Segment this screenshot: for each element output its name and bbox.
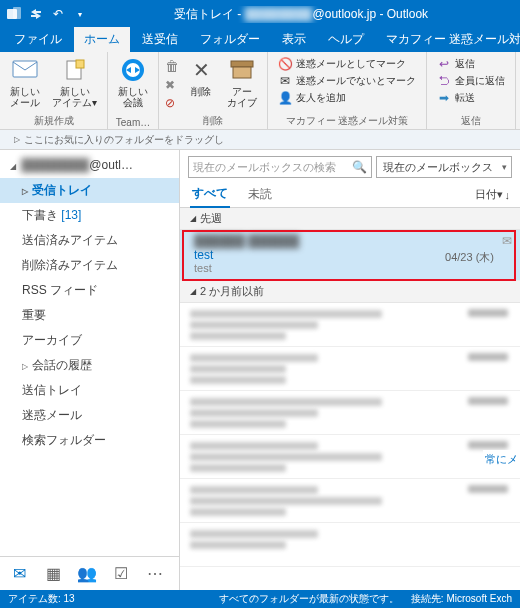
tab-send-receive[interactable]: 送受信 — [132, 27, 188, 52]
sort-direction-icon: ↓ — [505, 189, 511, 201]
search-icon[interactable]: 🔍 — [352, 160, 367, 174]
add-friend-button[interactable]: 👤友人を追加 — [274, 90, 420, 106]
new-meeting-label: 新しい 会議 — [118, 86, 148, 108]
folder-sent[interactable]: 送信済みアイテム — [0, 228, 179, 253]
nav-calendar-icon[interactable]: ▦ — [42, 563, 64, 585]
new-mail-button[interactable]: 新しい メール — [6, 54, 44, 110]
tab-view[interactable]: 表示 — [272, 27, 316, 52]
title-prefix: 受信トレイ - — [174, 7, 245, 21]
status-item-count: アイテム数: 13 — [8, 592, 75, 606]
message-item-blurred[interactable] — [180, 391, 520, 435]
group-header-older[interactable]: ◢ 2 か月前以前 — [180, 281, 520, 303]
mail-icon — [11, 56, 39, 84]
expand-icon: ▷ — [22, 362, 32, 371]
reply-all-label: 全員に返信 — [455, 74, 505, 88]
message-date: 04/23 (木) — [445, 250, 494, 265]
status-folder-state: すべてのフォルダーが最新の状態です。 — [219, 592, 399, 606]
filter-row: すべて 未読 日付▾ ↓ — [180, 182, 520, 208]
group-header-lastweek[interactable]: ◢ 先週 — [180, 208, 520, 230]
folder-outbox[interactable]: 送信トレイ — [0, 378, 179, 403]
group-label: 2 か月前以前 — [200, 284, 264, 299]
nav-more-icon[interactable]: ⋯ — [144, 563, 166, 585]
message-item-blurred[interactable] — [180, 479, 520, 523]
search-scope-dropdown[interactable]: 現在のメールボックス — [376, 156, 512, 178]
title-bar: ↶ ▾ 受信トレイ - ████████@outlook.jp - Outloo… — [0, 0, 520, 28]
tab-folder[interactable]: フォルダー — [190, 27, 270, 52]
message-item[interactable]: ██████ ██████ test test 04/23 (木) ✉ — [180, 230, 520, 281]
add-friend-label: 友人を追加 — [296, 91, 346, 105]
mark-junk-label: 迷惑メールとしてマーク — [296, 57, 406, 71]
tab-file[interactable]: ファイル — [4, 27, 72, 52]
new-item-button[interactable]: 新しい アイテム▾ — [48, 54, 101, 110]
message-item-blurred[interactable] — [180, 523, 520, 567]
message-item-blurred[interactable] — [180, 347, 520, 391]
folder-search[interactable]: 検索フォルダー — [0, 428, 179, 453]
sort-label: 日付▾ — [475, 187, 503, 202]
mark-junk-button[interactable]: 🚫迷惑メールとしてマーク — [274, 56, 420, 72]
delete-button[interactable]: ✕ 削除 — [183, 54, 219, 99]
folder-conversation[interactable]: ▷会話の履歴 — [0, 353, 179, 378]
outlook-icon — [6, 6, 22, 22]
reply-all-button[interactable]: ⮌全員に返信 — [433, 73, 509, 89]
group-label: 先週 — [200, 211, 222, 226]
folder-rss[interactable]: RSS フィード — [0, 278, 179, 303]
message-item-blurred[interactable] — [180, 303, 520, 347]
mark-notjunk-button[interactable]: ✉迷惑メールでないとマーク — [274, 73, 420, 89]
qat-dropdown-icon[interactable]: ▾ — [72, 6, 88, 22]
quick-access-toolbar: ↶ ▾ — [6, 6, 88, 22]
forward-label: 転送 — [455, 91, 475, 105]
folder-drafts[interactable]: 下書き [13] — [0, 203, 179, 228]
message-item-blurred[interactable] — [180, 435, 520, 479]
forward-button[interactable]: ➡転送 — [433, 90, 509, 106]
collapse-icon: ◢ — [190, 287, 196, 296]
nav-tasks-icon[interactable]: ☑ — [110, 563, 132, 585]
favorites-hint: ここにお気に入りのフォルダーをドラッグし — [24, 133, 224, 147]
new-item-label: 新しい アイテム▾ — [52, 86, 97, 108]
account-header[interactable]: ◢ ████████@outl… — [0, 150, 179, 178]
reading-pane-hint: 常にメ — [483, 450, 520, 469]
ignore-icon[interactable]: 🗑 — [165, 58, 179, 74]
send-receive-icon[interactable] — [28, 6, 44, 22]
delete-label: 削除 — [191, 86, 211, 97]
reply-icon: ↩ — [437, 57, 451, 71]
favorites-strip[interactable]: ▷ ここにお気に入りのフォルダーをドラッグし — [0, 130, 520, 150]
search-input[interactable]: 現在のメールボックスの検索 🔍 — [188, 156, 372, 178]
message-groups: ◢ 先週 ██████ ██████ test test 04/23 (木) ✉… — [180, 208, 520, 590]
folder-junk[interactable]: 迷惑メール — [0, 403, 179, 428]
reply-button[interactable]: ↩返信 — [433, 56, 509, 72]
window-title: 受信トレイ - ████████@outlook.jp - Outlook — [88, 6, 514, 23]
delete-icon: ✕ — [187, 56, 215, 84]
folder-archive[interactable]: アーカイブ — [0, 328, 179, 353]
cleanup-icon[interactable]: ✖ — [165, 78, 179, 92]
archive-button[interactable]: アー カイブ — [223, 54, 261, 110]
message-list-pane: 現在のメールボックスの検索 🔍 現在のメールボックス すべて 未読 日付▾ ↓ … — [180, 150, 520, 590]
ribbon-group-delete: 🗑 ✖ ⊘ ✕ 削除 アー カイブ 削除 — [159, 52, 268, 129]
folder-deleted[interactable]: 削除済みアイテム — [0, 253, 179, 278]
junk-dropdown-icon[interactable]: ⊘ — [165, 96, 179, 110]
sort-button[interactable]: 日付▾ ↓ — [475, 187, 511, 202]
svg-rect-7 — [231, 61, 253, 67]
nav-mail-icon[interactable]: ✉ — [8, 563, 30, 585]
nav-people-icon[interactable]: 👥 — [76, 563, 98, 585]
tab-help[interactable]: ヘルプ — [318, 27, 374, 52]
search-scope-label: 現在のメールボックス — [383, 160, 493, 175]
svg-rect-2 — [13, 61, 37, 77]
archive-icon — [228, 56, 256, 84]
ribbon-group-mcafee: 🚫迷惑メールとしてマーク ✉迷惑メールでないとマーク 👤友人を追加 マカフィー … — [268, 52, 427, 129]
ribbon-group-reply: ↩返信 ⮌全員に返信 ➡転送 返信 — [427, 52, 516, 129]
ribbon-group-mcafee-label: マカフィー 迷惑メール対策 — [274, 113, 420, 129]
expand-icon: ▷ — [22, 187, 32, 196]
tab-home[interactable]: ホーム — [74, 27, 130, 52]
tab-mcafee[interactable]: マカフィー 迷惑メール対策 — [376, 27, 520, 52]
folder-inbox[interactable]: ▷受信トレイ — [0, 178, 179, 203]
filter-unread[interactable]: 未読 — [246, 182, 274, 207]
folder-important[interactable]: 重要 — [0, 303, 179, 328]
new-meeting-button[interactable]: 新しい 会議 — [114, 54, 152, 110]
ribbon-group-quick: ⚡ クイック 操作▾ クイッ… — [516, 52, 520, 129]
undo-icon[interactable]: ↶ — [50, 6, 66, 22]
archive-label: アー カイブ — [227, 86, 257, 108]
mark-notjunk-label: 迷惑メールでないとマーク — [296, 74, 416, 88]
filter-all[interactable]: すべて — [190, 181, 230, 208]
add-friend-icon: 👤 — [278, 91, 292, 105]
main-area: ◢ ████████@outl… ▷受信トレイ 下書き [13] 送信済みアイテ… — [0, 150, 520, 590]
